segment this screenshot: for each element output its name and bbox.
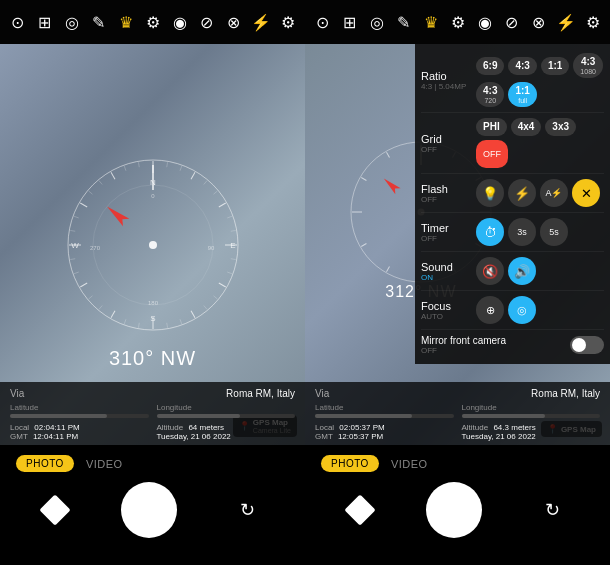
right-info-panel: Via Roma RM, Italy Latitude Longitude Lo… [305,382,610,445]
grid-4x4[interactable]: 4x4 [511,118,542,136]
ratio-label: Ratio 4:3 | 5.04MP [421,70,476,91]
right-altitude: Altitude 64.3 meters [462,423,601,432]
right-toolbar-ban[interactable]: ⊗ [525,8,552,36]
svg-line-27 [99,305,102,309]
ratio-6-9[interactable]: 6:9 [476,57,504,75]
svg-line-30 [70,258,75,259]
grid-3x3[interactable]: 3x3 [545,118,576,136]
svg-line-9 [80,283,87,287]
focus-options: ⊕ ◎ [476,296,536,324]
mirror-toggle[interactable] [570,336,604,354]
left-photo-tab[interactable]: PHOTO [16,455,74,472]
right-flip-icon[interactable]: ↻ [538,496,566,524]
svg-line-31 [70,230,75,231]
flash-options: 💡 ⚡ A⚡ ✕ [476,179,600,207]
ratio-4-3-720[interactable]: 4:3720 [476,82,504,107]
timer-clock[interactable]: ⏱ [476,218,504,246]
right-toolbar-flash[interactable]: ⚡ [552,8,579,36]
focus-auto[interactable]: ◎ [508,296,536,324]
left-diamond-btn[interactable] [39,494,70,525]
svg-line-29 [74,272,79,274]
left-shutter-button[interactable] [121,482,177,538]
toolbar-sliders-icon[interactable]: ⚙ [139,8,166,36]
ratio-1-1[interactable]: 1:1 [541,57,569,75]
left-flip-icon[interactable]: ↻ [233,496,261,524]
left-video-tab[interactable]: VIDEO [86,458,123,470]
timer-sub-label: OFF [421,234,476,243]
flash-auto[interactable]: A⚡ [540,179,568,207]
right-toolbar-edit[interactable]: ✎ [390,8,417,36]
flash-row: Flash OFF 💡 ⚡ A⚡ ✕ [421,174,604,213]
flash-bolt[interactable]: ⚡ [508,179,536,207]
mirror-row: Mirror front camera OFF [421,330,604,360]
ratio-4-3-1080[interactable]: 4:31080 [573,53,603,78]
svg-line-34 [99,180,102,184]
focus-manual[interactable]: ⊕ [476,296,504,324]
right-shutter-button[interactable] [426,482,482,538]
toolbar-settings-icon[interactable]: ⚙ [274,8,301,36]
svg-line-32 [74,216,79,218]
toolbar-timer-icon[interactable]: ⊘ [193,8,220,36]
ratio-1-1-full[interactable]: 1:1full [508,82,536,107]
ratio-sub-label: 4:3 | 5.04MP [421,82,476,91]
toolbar-crown-icon[interactable]: ♛ [112,8,139,36]
ratio-4-3[interactable]: 4:3 [508,57,536,75]
svg-line-36 [138,162,139,167]
toolbar-edit-icon[interactable]: ✎ [85,8,112,36]
toolbar-compass-icon[interactable]: ◎ [58,8,85,36]
svg-line-23 [180,319,182,324]
svg-marker-46 [103,202,129,226]
flash-bulb[interactable]: 💡 [476,179,504,207]
svg-line-22 [203,305,206,309]
timer-options: ⏱ 3s 5s [476,218,568,246]
grid-sub-label: OFF [421,145,476,154]
timer-row: Timer OFF ⏱ 3s 5s [421,213,604,252]
right-video-tab[interactable]: VIDEO [391,458,428,470]
svg-text:W: W [71,241,79,250]
right-photo-tab[interactable]: PHOTO [321,455,379,472]
right-toolbar-crown[interactable]: ♛ [417,8,444,36]
left-via-label: Via [10,388,24,399]
svg-point-47 [149,241,157,249]
toolbar-grid-icon[interactable]: ⊞ [31,8,58,36]
svg-line-28 [88,295,92,298]
timer-3s[interactable]: 3s [508,218,536,246]
timer-5s[interactable]: 5s [540,218,568,246]
toolbar-ban-icon[interactable]: ⊗ [220,8,247,36]
svg-line-57 [386,267,389,272]
svg-line-18 [230,230,235,231]
right-toolbar-sliders[interactable]: ⚙ [444,8,471,36]
right-gmt-label: GMT [315,432,333,441]
sound-options: 🔇 🔊 [476,257,536,285]
grid-phi[interactable]: PHI [476,118,507,136]
right-diamond-btn[interactable] [344,494,375,525]
right-toolbar-aperture[interactable]: ◉ [471,8,498,36]
right-camera-panel: ⊙ ⊞ ◎ ✎ ♛ ⚙ ◉ ⊘ ⊗ ⚡ ⚙ [305,0,610,565]
toolbar-spiral-icon[interactable]: ⊙ [4,8,31,36]
svg-line-11 [80,203,87,207]
toolbar-aperture-icon[interactable]: ◉ [166,8,193,36]
left-gmt-label: GMT [10,432,28,441]
right-bottom-controls: PHOTO VIDEO ↻ [305,445,610,565]
right-toolbar-settings[interactable]: ⚙ [579,8,606,36]
svg-text:90: 90 [207,245,214,251]
svg-line-26 [124,319,126,324]
svg-line-14 [180,166,182,171]
sound-sub-label: ON [421,273,476,282]
right-toolbar-timer[interactable]: ⊘ [498,8,525,36]
right-gmt-time: GMT 12:05:37 PM [315,432,454,441]
toolbar-flash-icon[interactable]: ⚡ [247,8,274,36]
right-toolbar-grid[interactable]: ⊞ [336,8,363,36]
flash-off-cross[interactable]: ✕ [572,179,600,207]
svg-line-17 [227,216,232,218]
svg-line-24 [166,322,167,327]
right-toolbar-compass[interactable]: ◎ [363,8,390,36]
sound-mute[interactable]: 🔇 [476,257,504,285]
svg-line-13 [166,162,167,167]
right-lat-label: Latitude [315,403,454,412]
right-toolbar-spiral[interactable]: ⊙ [309,8,336,36]
svg-line-33 [88,191,92,194]
sound-on[interactable]: 🔊 [508,257,536,285]
grid-options: PHI 4x4 3x3 OFF [476,118,604,168]
grid-off[interactable]: OFF [476,140,508,168]
